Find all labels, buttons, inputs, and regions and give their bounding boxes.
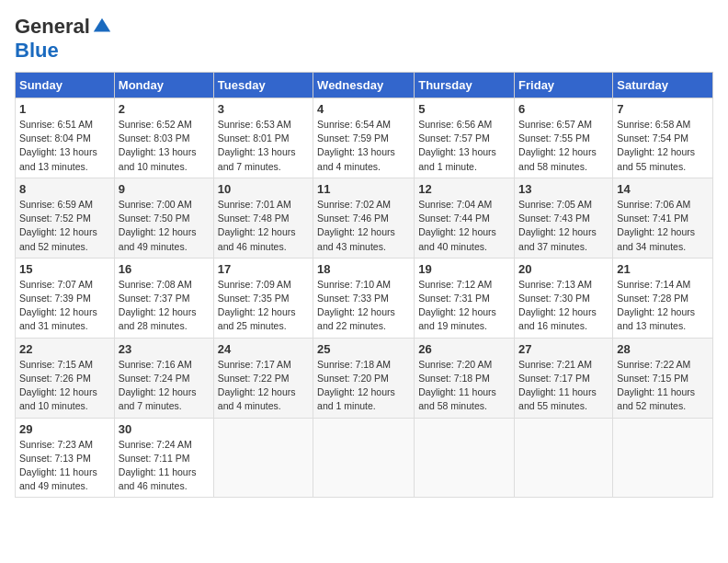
week-row-4: 22Sunrise: 7:15 AM Sunset: 7:26 PM Dayli… [16, 338, 713, 418]
day-info: Sunrise: 7:04 AM Sunset: 7:44 PM Dayligh… [418, 198, 510, 254]
day-cell: 27Sunrise: 7:21 AM Sunset: 7:17 PM Dayli… [515, 338, 613, 418]
day-number: 26 [418, 342, 510, 356]
week-row-2: 8Sunrise: 6:59 AM Sunset: 7:52 PM Daylig… [16, 178, 713, 258]
day-number: 20 [518, 262, 609, 276]
day-cell: 28Sunrise: 7:22 AM Sunset: 7:15 PM Dayli… [613, 338, 713, 418]
day-number: 22 [19, 342, 110, 356]
day-cell: 9Sunrise: 7:00 AM Sunset: 7:50 PM Daylig… [114, 178, 213, 258]
day-info: Sunrise: 6:58 AM Sunset: 7:54 PM Dayligh… [617, 118, 709, 174]
day-cell: 10Sunrise: 7:01 AM Sunset: 7:48 PM Dayli… [213, 178, 313, 258]
day-info: Sunrise: 6:59 AM Sunset: 7:52 PM Dayligh… [19, 198, 110, 254]
day-number: 29 [19, 422, 110, 436]
col-header-wednesday: Wednesday [313, 73, 415, 98]
day-info: Sunrise: 7:18 AM Sunset: 7:20 PM Dayligh… [317, 358, 410, 414]
day-number: 23 [119, 342, 210, 356]
day-number: 6 [518, 102, 609, 116]
day-number: 21 [617, 262, 709, 276]
day-info: Sunrise: 6:51 AM Sunset: 8:04 PM Dayligh… [19, 118, 110, 174]
day-info: Sunrise: 7:07 AM Sunset: 7:39 PM Dayligh… [19, 278, 110, 334]
day-number: 15 [19, 262, 110, 276]
day-info: Sunrise: 7:10 AM Sunset: 7:33 PM Dayligh… [317, 278, 410, 334]
day-number: 4 [317, 102, 410, 116]
col-header-saturday: Saturday [613, 73, 713, 98]
week-row-5: 29Sunrise: 7:23 AM Sunset: 7:13 PM Dayli… [16, 418, 713, 498]
day-cell: 25Sunrise: 7:18 AM Sunset: 7:20 PM Dayli… [313, 338, 415, 418]
day-info: Sunrise: 7:06 AM Sunset: 7:41 PM Dayligh… [617, 198, 709, 254]
day-cell: 19Sunrise: 7:12 AM Sunset: 7:31 PM Dayli… [415, 258, 515, 338]
day-cell: 30Sunrise: 7:24 AM Sunset: 7:11 PM Dayli… [114, 418, 213, 498]
day-info: Sunrise: 7:05 AM Sunset: 7:43 PM Dayligh… [518, 198, 609, 254]
day-number: 18 [317, 262, 410, 276]
day-cell [515, 418, 613, 498]
col-header-monday: Monday [114, 73, 213, 98]
logo-blue-text: Blue [15, 39, 59, 63]
calendar-table: SundayMondayTuesdayWednesdayThursdayFrid… [15, 72, 713, 498]
day-info: Sunrise: 6:56 AM Sunset: 7:57 PM Dayligh… [418, 118, 510, 174]
day-cell: 29Sunrise: 7:23 AM Sunset: 7:13 PM Dayli… [16, 418, 115, 498]
day-number: 28 [617, 342, 709, 356]
day-cell [213, 418, 313, 498]
day-info: Sunrise: 7:01 AM Sunset: 7:48 PM Dayligh… [218, 198, 309, 254]
day-cell: 23Sunrise: 7:16 AM Sunset: 7:24 PM Dayli… [114, 338, 213, 418]
day-number: 9 [119, 182, 210, 196]
day-cell: 15Sunrise: 7:07 AM Sunset: 7:39 PM Dayli… [16, 258, 115, 338]
day-info: Sunrise: 7:08 AM Sunset: 7:37 PM Dayligh… [119, 278, 210, 334]
day-number: 10 [218, 182, 309, 196]
day-info: Sunrise: 7:15 AM Sunset: 7:26 PM Dayligh… [19, 358, 110, 414]
day-info: Sunrise: 6:53 AM Sunset: 8:01 PM Dayligh… [218, 118, 309, 174]
day-cell: 12Sunrise: 7:04 AM Sunset: 7:44 PM Dayli… [415, 178, 515, 258]
day-cell: 4Sunrise: 6:54 AM Sunset: 7:59 PM Daylig… [313, 98, 415, 178]
week-row-1: 1Sunrise: 6:51 AM Sunset: 8:04 PM Daylig… [16, 98, 713, 178]
page-container: General Blue SundayMondayTuesdayWednesda… [0, 0, 728, 505]
day-number: 11 [317, 182, 410, 196]
day-info: Sunrise: 7:17 AM Sunset: 7:22 PM Dayligh… [218, 358, 309, 414]
day-number: 12 [418, 182, 510, 196]
day-cell: 13Sunrise: 7:05 AM Sunset: 7:43 PM Dayli… [515, 178, 613, 258]
day-cell: 20Sunrise: 7:13 AM Sunset: 7:30 PM Dayli… [515, 258, 613, 338]
day-number: 19 [418, 262, 510, 276]
day-info: Sunrise: 6:54 AM Sunset: 7:59 PM Dayligh… [317, 118, 410, 174]
day-number: 14 [617, 182, 709, 196]
col-header-tuesday: Tuesday [213, 73, 313, 98]
day-cell: 18Sunrise: 7:10 AM Sunset: 7:33 PM Dayli… [313, 258, 415, 338]
day-info: Sunrise: 7:14 AM Sunset: 7:28 PM Dayligh… [617, 278, 709, 334]
day-cell [415, 418, 515, 498]
svg-marker-0 [94, 18, 110, 32]
logo: General Blue [15, 15, 112, 63]
day-number: 3 [218, 102, 309, 116]
day-number: 5 [418, 102, 510, 116]
day-cell: 7Sunrise: 6:58 AM Sunset: 7:54 PM Daylig… [613, 98, 713, 178]
day-info: Sunrise: 6:52 AM Sunset: 8:03 PM Dayligh… [119, 118, 210, 174]
day-info: Sunrise: 7:20 AM Sunset: 7:18 PM Dayligh… [418, 358, 510, 414]
day-number: 13 [518, 182, 609, 196]
week-row-3: 15Sunrise: 7:07 AM Sunset: 7:39 PM Dayli… [16, 258, 713, 338]
day-cell: 1Sunrise: 6:51 AM Sunset: 8:04 PM Daylig… [16, 98, 115, 178]
day-number: 27 [518, 342, 609, 356]
col-header-friday: Friday [515, 73, 613, 98]
day-info: Sunrise: 7:16 AM Sunset: 7:24 PM Dayligh… [119, 358, 210, 414]
day-cell: 17Sunrise: 7:09 AM Sunset: 7:35 PM Dayli… [213, 258, 313, 338]
day-info: Sunrise: 6:57 AM Sunset: 7:55 PM Dayligh… [518, 118, 609, 174]
day-number: 2 [119, 102, 210, 116]
day-number: 16 [119, 262, 210, 276]
day-info: Sunrise: 7:23 AM Sunset: 7:13 PM Dayligh… [19, 438, 110, 494]
day-number: 8 [19, 182, 110, 196]
day-cell: 8Sunrise: 6:59 AM Sunset: 7:52 PM Daylig… [16, 178, 115, 258]
day-cell: 22Sunrise: 7:15 AM Sunset: 7:26 PM Dayli… [16, 338, 115, 418]
day-cell: 21Sunrise: 7:14 AM Sunset: 7:28 PM Dayli… [613, 258, 713, 338]
day-info: Sunrise: 7:24 AM Sunset: 7:11 PM Dayligh… [119, 438, 210, 494]
day-number: 17 [218, 262, 309, 276]
day-cell: 11Sunrise: 7:02 AM Sunset: 7:46 PM Dayli… [313, 178, 415, 258]
logo-icon [92, 17, 112, 37]
day-info: Sunrise: 7:13 AM Sunset: 7:30 PM Dayligh… [518, 278, 609, 334]
day-cell: 14Sunrise: 7:06 AM Sunset: 7:41 PM Dayli… [613, 178, 713, 258]
header-row: SundayMondayTuesdayWednesdayThursdayFrid… [16, 73, 713, 98]
day-info: Sunrise: 7:12 AM Sunset: 7:31 PM Dayligh… [418, 278, 510, 334]
day-number: 30 [119, 422, 210, 436]
day-cell: 26Sunrise: 7:20 AM Sunset: 7:18 PM Dayli… [415, 338, 515, 418]
day-info: Sunrise: 7:21 AM Sunset: 7:17 PM Dayligh… [518, 358, 609, 414]
day-number: 24 [218, 342, 309, 356]
day-cell: 5Sunrise: 6:56 AM Sunset: 7:57 PM Daylig… [415, 98, 515, 178]
header: General Blue [15, 15, 713, 63]
day-number: 7 [617, 102, 709, 116]
